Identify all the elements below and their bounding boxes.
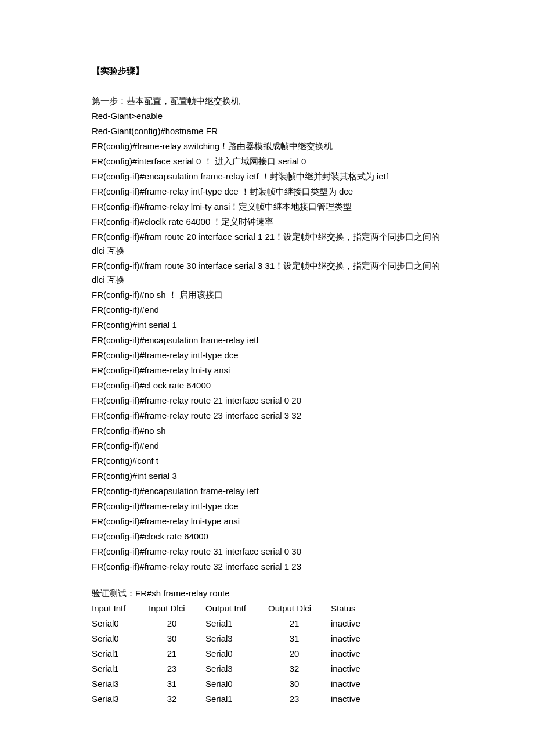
col-status: Status bbox=[331, 602, 376, 617]
code-line: FR(config-if)#fram route 30 interface se… bbox=[92, 259, 442, 287]
cell: 21 bbox=[149, 647, 205, 662]
table-row: Serial1 21 Serial0 20 inactive bbox=[92, 647, 376, 662]
cell: 30 bbox=[268, 677, 331, 692]
cell: Serial3 bbox=[92, 692, 149, 707]
cell: inactive bbox=[331, 692, 376, 707]
cell: 21 bbox=[268, 617, 331, 632]
code-line: FR(config-if)#fram route 20 interface se… bbox=[92, 230, 442, 258]
document-page: 【实验步骤】 第一步：基本配置，配置帧中继交换机 Red-Giant>enabl… bbox=[0, 0, 534, 756]
code-line: FR(config-if)#encapsulation frame-relay … bbox=[92, 333, 442, 347]
code-line: FR(config-if)#end bbox=[92, 303, 442, 317]
cell: 32 bbox=[268, 662, 331, 677]
cell: Serial0 bbox=[92, 632, 149, 647]
cell: Serial1 bbox=[92, 662, 149, 677]
code-line: FR(config-if)#encapsulation frame-relay … bbox=[92, 170, 442, 183]
code-line: FR(config)#frame-relay switching！路由器模拟成帧… bbox=[92, 139, 442, 153]
table-header-row: Input Intf Input Dlci Output Intf Output… bbox=[92, 602, 376, 617]
code-line: FR(config-if)#frame-relay intf-type dce bbox=[92, 499, 442, 513]
cell: inactive bbox=[331, 617, 376, 632]
col-output-intf: Output Intf bbox=[205, 602, 268, 617]
code-line: FR(config)#interface serial 0 ！ 进入广域网接口 … bbox=[92, 154, 442, 168]
code-line: FR(config-if)#end bbox=[92, 439, 442, 453]
cell: Serial3 bbox=[205, 662, 268, 677]
code-line: Red-Giant(config)#hostname FR bbox=[92, 124, 442, 138]
table-row: Serial3 32 Serial1 23 inactive bbox=[92, 692, 376, 707]
code-line: FR(config)#int serial 1 bbox=[92, 318, 442, 332]
cell: 30 bbox=[149, 632, 205, 647]
table-row: Serial3 31 Serial0 30 inactive bbox=[92, 677, 376, 692]
cell: inactive bbox=[331, 677, 376, 692]
code-line: Red-Giant>enable bbox=[92, 109, 442, 123]
code-line: FR(config-if)#no sh ！ 启用该接口 bbox=[92, 288, 442, 302]
frame-relay-route-table: Input Intf Input Dlci Output Intf Output… bbox=[92, 602, 376, 707]
code-line: FR(config-if)#frame-relay route 32 inter… bbox=[92, 560, 442, 574]
code-line: FR(config-if)#frame-relay intf-type dce … bbox=[92, 185, 442, 199]
code-line: FR(config-if)#frame-relay lmi-ty ansi！定义… bbox=[92, 200, 442, 214]
cell: 32 bbox=[149, 692, 205, 707]
cell: inactive bbox=[331, 662, 376, 677]
code-line: FR(config)#conf t bbox=[92, 454, 442, 468]
section-heading: 【实验步骤】 bbox=[92, 64, 442, 78]
cell: Serial1 bbox=[205, 617, 268, 632]
table-row: Serial1 23 Serial3 32 inactive bbox=[92, 662, 376, 677]
verify-title: 验证测试：FR#sh frame-relay route bbox=[92, 586, 442, 600]
cell: 23 bbox=[149, 662, 205, 677]
cell: Serial1 bbox=[92, 647, 149, 662]
code-line: FR(config-if)#encapsulation frame-relay … bbox=[92, 484, 442, 498]
cell: 20 bbox=[149, 617, 205, 632]
cell: Serial3 bbox=[205, 632, 268, 647]
code-line: FR(config-if)#frame-relay route 31 inter… bbox=[92, 545, 442, 559]
code-line: FR(config-if)#cloclk rate 64000 ！定义时钟速率 bbox=[92, 215, 442, 229]
cell: 31 bbox=[268, 632, 331, 647]
cell: Serial0 bbox=[92, 617, 149, 632]
code-line: FR(config-if)#frame-relay route 23 inter… bbox=[92, 409, 442, 423]
code-line: FR(config-if)#cl ock rate 64000 bbox=[92, 379, 442, 393]
col-output-dlci: Output Dlci bbox=[268, 602, 331, 617]
cell: Serial0 bbox=[205, 677, 268, 692]
cell: 20 bbox=[268, 647, 331, 662]
code-line: FR(config-if)#frame-relay intf-type dce bbox=[92, 348, 442, 362]
cell: 23 bbox=[268, 692, 331, 707]
code-line: FR(config-if)#clock rate 64000 bbox=[92, 530, 442, 543]
cell: Serial1 bbox=[205, 692, 268, 707]
cell: Serial0 bbox=[205, 647, 268, 662]
code-line: FR(config-if)#frame-relay lmi-type ansi bbox=[92, 514, 442, 528]
code-line: FR(config-if)#frame-relay lmi-ty ansi bbox=[92, 363, 442, 377]
code-line: FR(config-if)#frame-relay route 21 inter… bbox=[92, 394, 442, 408]
cell: Serial3 bbox=[92, 677, 149, 692]
config-block: Red-Giant>enable Red-Giant(config)#hostn… bbox=[92, 109, 442, 574]
table-row: Serial0 30 Serial3 31 inactive bbox=[92, 632, 376, 647]
cell: inactive bbox=[331, 647, 376, 662]
cell: inactive bbox=[331, 632, 376, 647]
code-line: FR(config-if)#no sh bbox=[92, 424, 442, 438]
table-row: Serial0 20 Serial1 21 inactive bbox=[92, 617, 376, 632]
col-input-intf: Input Intf bbox=[92, 602, 149, 617]
code-line: FR(config)#int serial 3 bbox=[92, 469, 442, 483]
step1-title: 第一步：基本配置，配置帧中继交换机 bbox=[92, 94, 442, 108]
cell: 31 bbox=[149, 677, 205, 692]
col-input-dlci: Input Dlci bbox=[149, 602, 205, 617]
